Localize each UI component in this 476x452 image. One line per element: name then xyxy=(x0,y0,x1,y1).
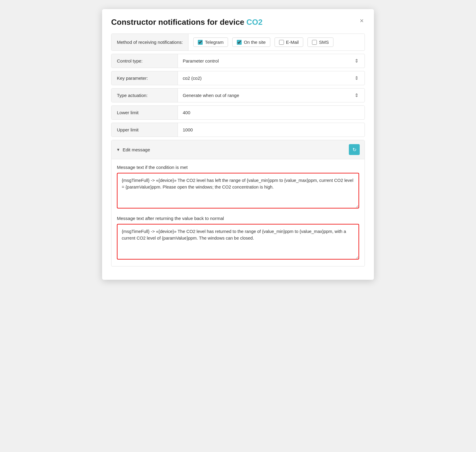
key-parameter-select-wrapper: co2 (co2) temperature humidity ⇕ xyxy=(183,76,360,81)
chevron-down-icon: ▼ xyxy=(116,147,120,152)
edit-message-title: ▼ Edit message xyxy=(116,147,150,152)
message-condition-label: Message text if the condition is met xyxy=(117,165,359,170)
control-type-select-wrapper: Parameter control Threshold control Stat… xyxy=(183,58,360,63)
control-type-select[interactable]: Parameter control Threshold control Stat… xyxy=(183,58,360,63)
control-type-row: Control type: Parameter control Threshol… xyxy=(111,54,365,68)
modal-title: Constructor notifications for device CO2 xyxy=(111,18,262,27)
control-type-label: Control type: xyxy=(111,54,178,68)
checkbox-email-label: E-Mail xyxy=(286,40,299,45)
device-name: CO2 xyxy=(246,18,262,27)
upper-limit-label: Upper limit xyxy=(111,123,178,137)
message-normal-label: Message text after returning the value b… xyxy=(117,216,359,221)
checkbox-on-the-site-label: On the site xyxy=(244,40,266,45)
modal-container: Constructor notifications for device CO2… xyxy=(102,9,374,280)
upper-limit-value: 1000 xyxy=(183,127,193,132)
key-parameter-row: Key parameter: co2 (co2) temperature hum… xyxy=(111,71,365,85)
checkbox-sms[interactable]: SMS xyxy=(307,37,333,47)
type-actuation-row: Type actuation: Generate when out of ran… xyxy=(111,88,365,102)
refresh-button[interactable]: ↻ xyxy=(349,144,360,155)
checkbox-sms-input[interactable] xyxy=(312,40,317,45)
lower-limit-content: 400 xyxy=(178,106,365,119)
edit-message-header: ▼ Edit message ↻ xyxy=(111,140,365,159)
checkbox-telegram-input[interactable] xyxy=(198,40,203,45)
key-parameter-content: co2 (co2) temperature humidity ⇕ xyxy=(178,71,365,85)
checkbox-telegram[interactable]: Telegram xyxy=(193,37,228,47)
upper-limit-row: Upper limit 1000 xyxy=(111,123,365,137)
message-body: Message text if the condition is met {ms… xyxy=(111,159,365,266)
notifications-label: Method of receiving notifications: xyxy=(111,34,188,50)
checkbox-email-input[interactable] xyxy=(279,40,284,45)
checkbox-on-the-site-input[interactable] xyxy=(237,40,242,45)
lower-limit-label: Lower limit xyxy=(111,106,178,119)
checkbox-email[interactable]: E-Mail xyxy=(275,37,304,47)
type-actuation-label: Type actuation: xyxy=(111,89,178,102)
type-actuation-select[interactable]: Generate when out of range Generate when… xyxy=(183,93,360,98)
close-button[interactable]: × xyxy=(359,18,365,24)
checkbox-sms-label: SMS xyxy=(319,40,329,45)
key-parameter-select[interactable]: co2 (co2) temperature humidity xyxy=(183,76,360,81)
type-actuation-select-wrapper: Generate when out of range Generate when… xyxy=(183,93,360,98)
message-normal-textarea[interactable]: {msgTimeFull} -> «{device}» The CO2 leve… xyxy=(117,224,359,260)
checkbox-telegram-label: Telegram xyxy=(205,40,224,45)
message-condition-textarea[interactable]: {msgTimeFull} -> «{device}» The CO2 leve… xyxy=(117,173,359,208)
type-actuation-content: Generate when out of range Generate when… xyxy=(178,89,365,102)
control-type-content: Parameter control Threshold control Stat… xyxy=(178,54,365,68)
notifications-content: Telegram On the site E-Mail SMS xyxy=(188,34,365,50)
notifications-method-row: Method of receiving notifications: Teleg… xyxy=(111,34,365,51)
refresh-icon: ↻ xyxy=(352,147,356,153)
key-parameter-label: Key parameter: xyxy=(111,71,178,85)
lower-limit-row: Lower limit 400 xyxy=(111,105,365,120)
title-prefix: Constructor notifications for device xyxy=(111,18,244,27)
modal-header: Constructor notifications for device CO2… xyxy=(111,18,365,27)
edit-message-section: ▼ Edit message ↻ Message text if the con… xyxy=(111,140,365,266)
upper-limit-content: 1000 xyxy=(178,123,365,137)
checkbox-on-the-site[interactable]: On the site xyxy=(232,37,270,47)
edit-message-section-title: Edit message xyxy=(123,147,150,152)
lower-limit-value: 400 xyxy=(183,110,190,115)
